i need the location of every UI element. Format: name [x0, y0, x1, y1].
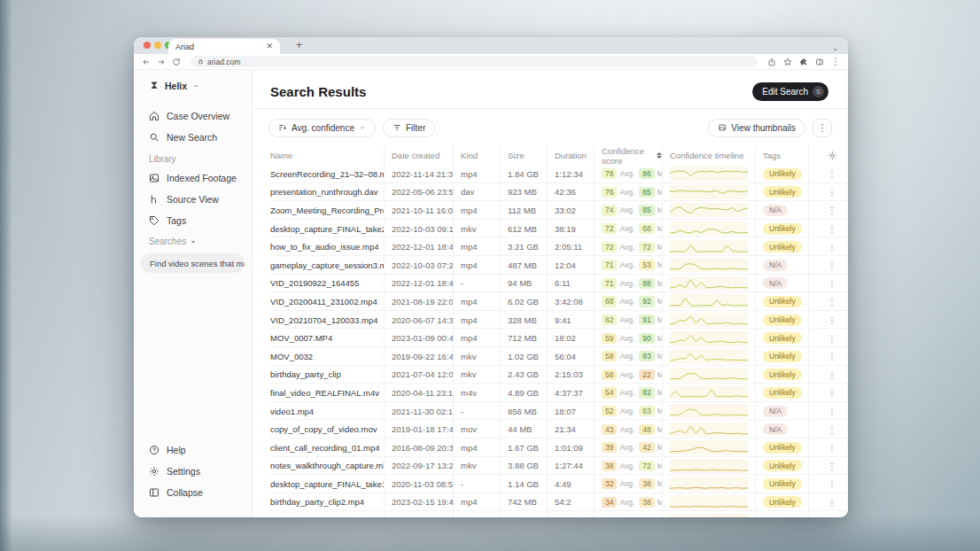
- cell-actions: ⋮: [808, 183, 848, 202]
- cell-size: 2.43 GB: [500, 366, 547, 384]
- tab-close-icon[interactable]: ✕: [266, 43, 273, 50]
- row-menu-button[interactable]: ⋮: [828, 260, 837, 270]
- browser-menu-icon[interactable]: ⋮: [831, 58, 840, 66]
- table-row[interactable]: MOV_00322019-09-22 16:44mkv1.02 GB56:045…: [270, 347, 848, 366]
- col-header-duration[interactable]: Duration: [547, 146, 594, 165]
- cell-size: 742 MB: [500, 493, 547, 512]
- sidebar-item-tags[interactable]: Tags: [134, 210, 252, 231]
- row-menu-button[interactable]: ⋮: [828, 351, 837, 361]
- forward-icon[interactable]: [157, 58, 166, 66]
- bookmark-star-icon[interactable]: [783, 58, 792, 66]
- workspace-switcher[interactable]: Helix: [149, 81, 199, 91]
- sidebar-item-case-overview[interactable]: Case Overview: [134, 105, 252, 127]
- cell-confidence-timeline: [662, 311, 755, 330]
- row-menu-button[interactable]: ⋮: [828, 278, 837, 289]
- extensions-puzzle-icon[interactable]: [799, 58, 808, 66]
- table-row[interactable]: birthday_party_clip2.mp42023-02-15 19:40…: [270, 493, 848, 512]
- cell-name: MOV_0032: [270, 347, 384, 366]
- table-row[interactable]: [270, 511, 848, 517]
- max-score-badge: 22: [639, 369, 654, 380]
- sidebar-item-help[interactable]: Help: [134, 439, 252, 461]
- filter-button[interactable]: Filter: [383, 119, 435, 137]
- view-thumbnails-button[interactable]: View thumbnails: [708, 119, 805, 137]
- row-menu-button[interactable]: ⋮: [828, 168, 837, 179]
- col-header-name[interactable]: Name: [270, 146, 384, 165]
- cell-confidence-timeline: [662, 438, 755, 457]
- table-row[interactable]: desktop_capture_FINAL_take1.mkv2020-11-0…: [270, 475, 848, 493]
- table-row[interactable]: presentation_runthrough.dav2022-05-06 23…: [270, 183, 848, 202]
- table-row[interactable]: client_call_recording_01.mp42016-08-09 2…: [270, 438, 848, 457]
- row-menu-button[interactable]: ⋮: [828, 424, 837, 435]
- sidebar-item-collapse[interactable]: Collapse: [134, 482, 252, 503]
- table-row[interactable]: birthday_party_clip2021-07-04 12:00mkv2.…: [270, 366, 848, 384]
- share-icon[interactable]: [767, 58, 776, 66]
- table-row[interactable]: VID_20190922_1644552022-12-01 18:47-94 M…: [270, 275, 848, 293]
- cell-date-created: 2020-04-11 23:10: [384, 384, 453, 402]
- cell-tags: Unlikely: [755, 457, 808, 476]
- tag-badge: N/A: [763, 423, 788, 435]
- close-window-button[interactable]: [144, 42, 151, 49]
- saved-search-item[interactable]: Find video scenes that matc...: [141, 253, 245, 273]
- searches-section-label[interactable]: Searches: [134, 237, 197, 246]
- table-row[interactable]: video1.mp42021-11-30 02:14-856 MB18:0752…: [270, 402, 848, 421]
- sort-dropdown[interactable]: Avg. confidence: [268, 119, 376, 137]
- cell-date-created: 2020-06-07 14:33: [384, 311, 453, 330]
- row-menu-button[interactable]: ⋮: [828, 242, 837, 252]
- table-row[interactable]: copy_of_copy_of_video.mov2019-01-18 17:4…: [270, 420, 848, 438]
- table-row[interactable]: how_to_fix_audio_issue.mp42022-12-01 18:…: [270, 237, 848, 256]
- sidebar-item-label: Help: [167, 445, 186, 455]
- table-row[interactable]: gameplay_capture_session3.mp42022-10-03 …: [270, 256, 848, 275]
- row-menu-button[interactable]: ⋮: [828, 296, 837, 307]
- cell-duration: 56:04: [547, 347, 594, 366]
- reload-icon[interactable]: [172, 58, 181, 66]
- col-header-confidence-timeline[interactable]: Confidence timeline: [662, 146, 755, 165]
- row-menu-button[interactable]: ⋮: [828, 314, 837, 325]
- cell-confidence-score: [594, 511, 662, 517]
- table-row[interactable]: notes_walkthrough_capture.mkv2022-09-17 …: [270, 457, 848, 476]
- browser-tab[interactable]: Ariad ✕: [168, 39, 280, 54]
- table-row[interactable]: VID_20210704_120033.mp42020-06-07 14:33m…: [270, 311, 848, 330]
- sidebar-item-source-view[interactable]: Source View: [134, 189, 252, 210]
- table-row[interactable]: MOV_0007.MP42023-01-09 00:41mp4712 MB18:…: [270, 329, 848, 347]
- max-score-badge: 68: [639, 223, 654, 234]
- new-tab-button[interactable]: +: [296, 40, 302, 51]
- table-row[interactable]: final_video_REALFINAL.m4v2020-04-11 23:1…: [270, 384, 848, 402]
- col-header-tags[interactable]: Tags: [755, 146, 808, 165]
- avg-label: Avg.: [619, 462, 634, 470]
- sidebar-item-new-search[interactable]: New Search: [134, 127, 252, 148]
- tab-search-chevron-icon[interactable]: [832, 41, 839, 57]
- row-menu-button[interactable]: ⋮: [828, 461, 837, 471]
- table-row[interactable]: desktop_capture_FINAL_take22022-10-03 09…: [270, 220, 848, 238]
- sidebar-item-settings[interactable]: Settings: [134, 461, 252, 482]
- url-bar[interactable]: ariad.com: [191, 56, 758, 67]
- row-menu-button[interactable]: ⋮: [828, 187, 837, 198]
- edit-search-button[interactable]: Edit Search S: [752, 82, 828, 101]
- col-header-date-created[interactable]: Date created: [384, 146, 453, 165]
- row-menu-button[interactable]: ⋮: [828, 333, 837, 344]
- col-header-confidence-score[interactable]: Confidence score: [594, 146, 662, 165]
- row-menu-button[interactable]: ⋮: [828, 369, 837, 380]
- row-menu-button[interactable]: ⋮: [828, 406, 837, 416]
- column-settings-gear-icon[interactable]: [828, 151, 837, 160]
- row-menu-button[interactable]: ⋮: [828, 478, 837, 489]
- table-row[interactable]: VID_20200411_231002.mp42021-08-19 22:05m…: [270, 292, 848, 311]
- row-menu-button[interactable]: ⋮: [828, 497, 837, 508]
- sidebar-item-indexed-footage[interactable]: Indexed Footage: [134, 167, 252, 189]
- confidence-sparkline: [670, 294, 748, 308]
- results-menu-button[interactable]: ⋮: [813, 119, 832, 137]
- side-panel-icon[interactable]: [815, 58, 824, 66]
- cell-confidence-score: 43Avg.48Max.: [594, 420, 662, 438]
- row-menu-button[interactable]: ⋮: [828, 442, 837, 453]
- row-menu-button[interactable]: ⋮: [828, 205, 837, 215]
- back-icon[interactable]: [142, 58, 151, 66]
- col-header-size[interactable]: Size: [500, 146, 547, 165]
- collapse-icon: [149, 487, 159, 498]
- table-row[interactable]: Zoom_Meeting_Recording_ProjSync.mp42021-…: [270, 201, 848, 220]
- library-section-label: Library: [134, 154, 176, 164]
- row-menu-button[interactable]: ⋮: [828, 223, 837, 234]
- col-header-kind[interactable]: Kind: [453, 146, 500, 165]
- minimize-window-button[interactable]: [154, 42, 161, 49]
- row-menu-button[interactable]: ⋮: [828, 387, 837, 398]
- cell-tags: Unlikely: [755, 292, 808, 311]
- table-row[interactable]: ScreenRecording_21–32–08.mp42022-11-14 2…: [270, 165, 848, 183]
